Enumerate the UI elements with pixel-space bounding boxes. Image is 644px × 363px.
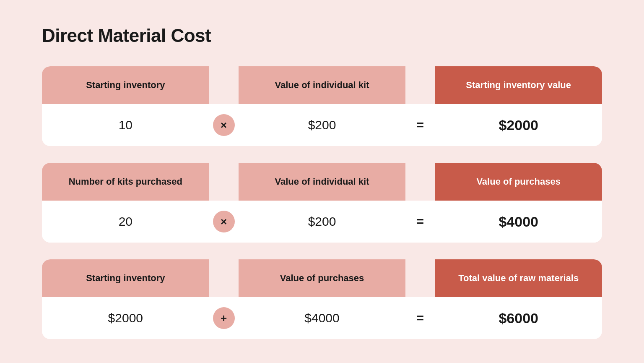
block2-val1: 20	[42, 214, 209, 229]
block3-op: +	[209, 307, 239, 329]
block2-val2: $200	[239, 214, 406, 229]
page-title: Direct Material Cost	[42, 25, 602, 46]
block3-header-op	[209, 259, 239, 297]
block1-header-eq	[405, 66, 435, 104]
block2-equals-icon: =	[417, 214, 424, 229]
block1-header: Starting inventory Value of individual k…	[42, 66, 602, 104]
block3-header-eq	[405, 259, 435, 297]
block2-header-eq	[405, 163, 435, 201]
block2-values: 20 × $200 = $4000	[42, 201, 602, 243]
block3-label3: Total value of raw materials	[435, 259, 602, 297]
block3-equals-icon: =	[417, 311, 424, 325]
block1-equals-icon: =	[417, 118, 424, 132]
block2-eq: =	[405, 214, 435, 229]
block1-val1: 10	[42, 118, 209, 132]
block2-label1: Number of kits purchased	[42, 163, 209, 201]
block2-label2: Value of individual kit	[239, 163, 406, 201]
block1-values: 10 × $200 = $2000	[42, 104, 602, 146]
equation-block-3: Starting inventory Value of purchases To…	[42, 259, 602, 339]
block1-op: ×	[209, 114, 239, 136]
equation-block-2: Number of kits purchased Value of indivi…	[42, 163, 602, 243]
block1-multiply-icon: ×	[213, 114, 235, 136]
block3-label1: Starting inventory	[42, 259, 209, 297]
block3-plus-icon: +	[213, 307, 235, 329]
block1-val2: $200	[239, 118, 406, 132]
block2-header-op	[209, 163, 239, 201]
block3-val2: $4000	[239, 311, 406, 325]
block3-val3: $6000	[435, 310, 602, 326]
block1-val3: $2000	[435, 117, 602, 133]
block3-val1: $2000	[42, 311, 209, 325]
equation-block-1: Starting inventory Value of individual k…	[42, 66, 602, 146]
block1-label1: Starting inventory	[42, 66, 209, 104]
block3-header: Starting inventory Value of purchases To…	[42, 259, 602, 297]
block3-values: $2000 + $4000 = $6000	[42, 297, 602, 339]
block1-label2: Value of individual kit	[239, 66, 406, 104]
block1-eq: =	[405, 118, 435, 132]
block3-label2: Value of purchases	[239, 259, 406, 297]
block2-op: ×	[209, 211, 239, 232]
block3-eq: =	[405, 311, 435, 325]
block1-header-op	[209, 66, 239, 104]
block2-header: Number of kits purchased Value of indivi…	[42, 163, 602, 201]
block2-multiply-icon: ×	[213, 211, 235, 232]
block1-label3: Starting inventory value	[435, 66, 602, 104]
block2-val3: $4000	[435, 214, 602, 230]
block2-label3: Value of purchases	[435, 163, 602, 201]
